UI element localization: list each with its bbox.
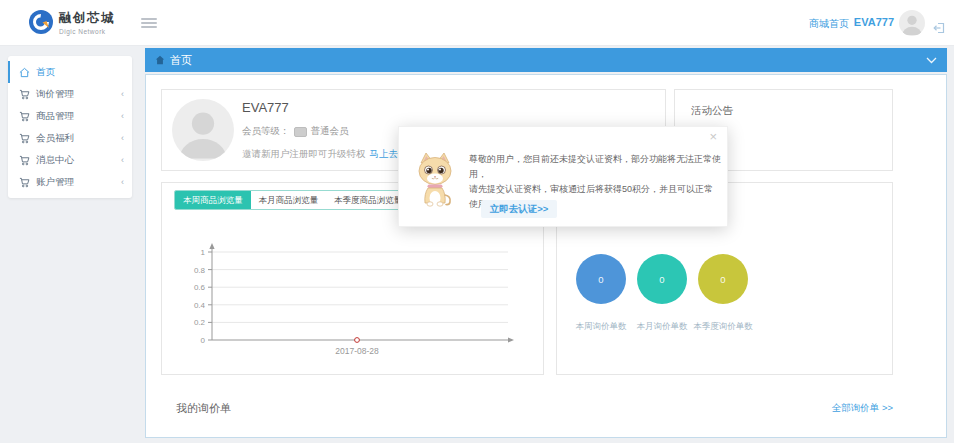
- svg-text:0.6: 0.6: [194, 283, 206, 292]
- all-inquiries-link[interactable]: 全部询价单 >>: [832, 402, 893, 415]
- stat-quarter-inquiries: 0 本季度询价单数: [694, 254, 752, 333]
- sidebar-item-messages[interactable]: 消息中心 ‹: [8, 149, 132, 171]
- sidebar-item-label: 首页: [36, 66, 55, 79]
- home-icon: [19, 67, 30, 78]
- stat-label: 本周询价单数: [576, 321, 627, 333]
- page-title: 首页: [170, 53, 192, 68]
- logo-title: 融创芯城: [59, 10, 115, 27]
- sidebar: 首页 询价管理 ‹ 商品管理 ‹ 会员福利 ‹ 消息中心 ‹ 账户管理 ‹: [8, 56, 132, 198]
- svg-text:0: 0: [201, 336, 206, 345]
- invite-text: 邀请新用户注册即可升级特权: [242, 148, 366, 159]
- stat-label: 本季度询价单数: [693, 321, 753, 333]
- cart-icon: [19, 177, 30, 188]
- chevron-down-icon[interactable]: [926, 57, 937, 64]
- auth-modal: ×: [398, 126, 728, 227]
- person-icon: [899, 10, 925, 36]
- chevron-left-icon: ‹: [121, 111, 124, 121]
- chevron-left-icon: ‹: [121, 177, 124, 187]
- app-screen: 融创芯城 Digic Network 商城首页 EVA777 首页: [0, 0, 954, 443]
- member-level-value: 普通会员: [311, 125, 349, 138]
- logo-subtitle: Digic Network: [59, 28, 115, 35]
- sidebar-item-label: 商品管理: [36, 110, 74, 123]
- avatar: [172, 99, 234, 161]
- profile-username: EVA777: [242, 100, 289, 115]
- svg-text:1: 1: [201, 248, 206, 257]
- tab-week-views[interactable]: 本周商品浏览量: [175, 191, 251, 209]
- chevron-left-icon: ‹: [121, 89, 124, 99]
- top-header: 融创芯城 Digic Network 商城首页 EVA777: [0, 0, 954, 46]
- sidebar-item-label: 消息中心: [36, 154, 74, 167]
- modal-text-line1: 尊敬的用户，您目前还未提交认证资料，部分功能将无法正常使用，: [469, 152, 721, 182]
- sidebar-item-products[interactable]: 商品管理 ‹: [8, 105, 132, 127]
- announcement-title: 活动公告: [675, 90, 892, 118]
- avatar[interactable]: [899, 10, 925, 36]
- cart-icon: [19, 111, 30, 122]
- cart-icon: [19, 89, 30, 100]
- sidebar-item-member-benefits[interactable]: 会员福利 ‹: [8, 127, 132, 149]
- cat-illustration: [412, 151, 458, 213]
- logo[interactable]: 融创芯城 Digic Network: [28, 9, 115, 35]
- member-badge-icon: [294, 127, 307, 137]
- cart-icon: [19, 133, 30, 144]
- person-icon: [172, 99, 234, 161]
- page-title-bar: 首页: [145, 48, 947, 72]
- svg-text:0.2: 0.2: [194, 318, 206, 327]
- view-tabs: 本周商品浏览量 本月商品浏览量 本季度商品浏览量: [174, 190, 411, 210]
- sidebar-item-label: 会员福利: [36, 132, 74, 145]
- svg-text:0.4: 0.4: [194, 301, 206, 310]
- chevron-left-icon: ‹: [121, 155, 124, 165]
- close-icon[interactable]: ×: [709, 130, 717, 143]
- views-line-chart: 00.20.40.60.812017-08-28: [164, 240, 544, 366]
- stat-label: 本月询价单数: [637, 321, 688, 333]
- my-inquiries-title: 我的询价单: [176, 401, 231, 416]
- logo-icon: [28, 9, 54, 35]
- stat-circle: 0: [576, 254, 626, 304]
- stat-month-inquiries: 0 本月询价单数: [633, 254, 691, 333]
- sidebar-item-inquiry[interactable]: 询价管理 ‹: [8, 83, 132, 105]
- mall-home-link[interactable]: 商城首页: [809, 17, 849, 31]
- logout-icon[interactable]: [932, 21, 946, 35]
- home-icon: [155, 55, 165, 65]
- menu-toggle-icon[interactable]: [141, 18, 157, 30]
- stat-circle: 0: [698, 254, 748, 304]
- member-level-label: 会员等级：: [242, 125, 290, 138]
- svg-text:2017-08-28: 2017-08-28: [335, 346, 379, 356]
- sidebar-item-home[interactable]: 首页: [8, 61, 132, 83]
- header-username[interactable]: EVA777: [854, 16, 894, 28]
- tab-month-views[interactable]: 本月商品浏览量: [251, 191, 327, 209]
- svg-text:0.8: 0.8: [194, 266, 206, 275]
- cart-icon: [19, 155, 30, 166]
- sidebar-item-account[interactable]: 账户管理 ‹: [8, 171, 132, 193]
- go-verify-button[interactable]: 立即去认证>>: [481, 200, 557, 218]
- chevron-left-icon: ‹: [121, 133, 124, 143]
- sidebar-item-label: 询价管理: [36, 88, 74, 101]
- sidebar-item-label: 账户管理: [36, 176, 74, 189]
- stat-circle: 0: [637, 254, 687, 304]
- stat-week-inquiries: 0 本周询价单数: [572, 254, 630, 333]
